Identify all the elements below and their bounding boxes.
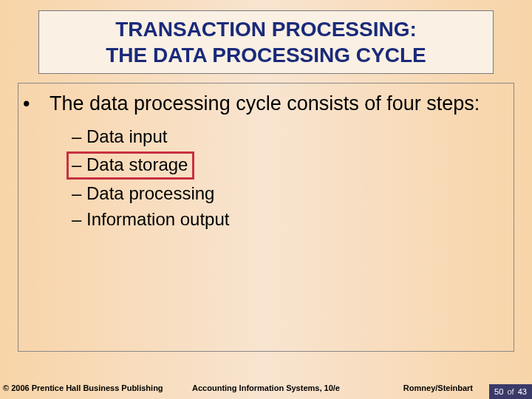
slide-footer: © 2006 Prentice Hall Business Publishing… <box>0 381 532 395</box>
list-item-text: Data input <box>86 126 167 146</box>
footer-authors: Romney/Steinbart <box>403 383 473 392</box>
page-current: 50 <box>494 387 503 396</box>
list-item: – Information output <box>72 207 500 233</box>
slide-title-line1: TRANSACTION PROCESSING: <box>115 16 417 42</box>
slide-title-line2: THE DATA PROCESSING CYCLE <box>106 42 426 68</box>
list-item: – Data processing <box>72 181 500 207</box>
lead-bullet: •The data processing cycle consists of f… <box>32 91 500 117</box>
list-item: – Data input <box>72 124 500 150</box>
list-item-text: Data processing <box>86 183 214 203</box>
sub-list: – Data input – Data storage – Data proce… <box>72 124 500 232</box>
bullet-dot-icon: • <box>36 91 50 117</box>
slide-title-box: TRANSACTION PROCESSING: THE DATA PROCESS… <box>38 10 494 74</box>
list-item-text: Data storage <box>86 154 188 174</box>
page-total: 43 <box>518 387 527 396</box>
slide-content-box: •The data processing cycle consists of f… <box>18 83 514 352</box>
page-of-label: of <box>507 387 514 396</box>
page-indicator: 50 of 43 <box>489 384 532 399</box>
list-item-text: Information output <box>86 209 229 229</box>
list-item-highlighted: – Data storage <box>66 151 194 180</box>
lead-text: The data processing cycle consists of fo… <box>50 92 480 115</box>
